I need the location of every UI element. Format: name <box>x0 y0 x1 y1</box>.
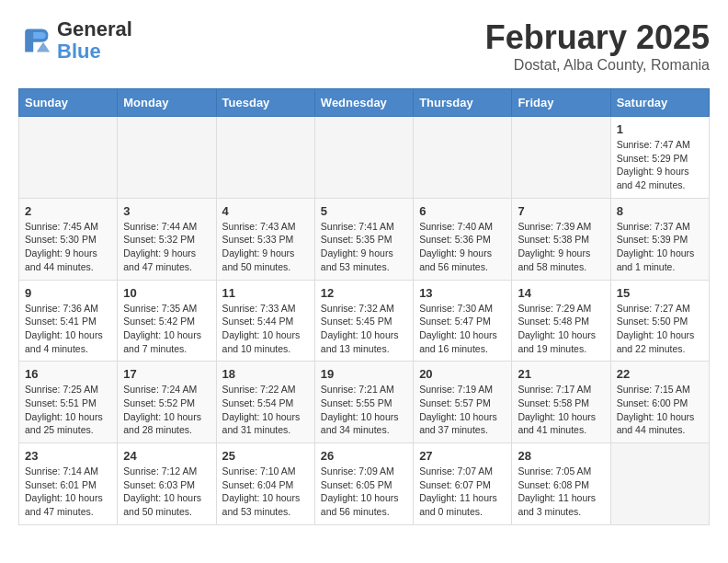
day-number: 12 <box>321 286 407 300</box>
calendar-header: SundayMondayTuesdayWednesdayThursdayFrid… <box>19 89 710 117</box>
day-info: Sunrise: 7:21 AM Sunset: 5:55 PM Dayligh… <box>321 383 407 437</box>
day-info: Sunrise: 7:30 AM Sunset: 5:47 PM Dayligh… <box>419 302 506 356</box>
calendar-cell <box>414 117 512 199</box>
calendar-cell: 12Sunrise: 7:32 AM Sunset: 5:45 PM Dayli… <box>314 280 413 362</box>
calendar-cell <box>610 443 709 525</box>
calendar-cell: 24Sunrise: 7:12 AM Sunset: 6:03 PM Dayli… <box>118 443 216 525</box>
day-info: Sunrise: 7:05 AM Sunset: 6:08 PM Dayligh… <box>518 465 604 519</box>
calendar-cell: 28Sunrise: 7:05 AM Sunset: 6:08 PM Dayli… <box>512 443 610 525</box>
day-number: 26 <box>321 449 407 463</box>
calendar-cell: 3Sunrise: 7:44 AM Sunset: 5:32 PM Daylig… <box>118 198 216 280</box>
logo-icon <box>18 24 51 57</box>
day-info: Sunrise: 7:09 AM Sunset: 6:05 PM Dayligh… <box>321 465 407 519</box>
day-number: 14 <box>518 286 604 300</box>
calendar-cell: 7Sunrise: 7:39 AM Sunset: 5:38 PM Daylig… <box>512 198 610 280</box>
day-number: 22 <box>617 367 703 381</box>
day-info: Sunrise: 7:41 AM Sunset: 5:35 PM Dayligh… <box>321 220 407 274</box>
calendar-cell: 17Sunrise: 7:24 AM Sunset: 5:52 PM Dayli… <box>118 362 216 443</box>
day-number: 21 <box>518 367 604 381</box>
calendar-week-1: 1Sunrise: 7:47 AM Sunset: 5:29 PM Daylig… <box>19 117 710 199</box>
calendar-cell: 18Sunrise: 7:22 AM Sunset: 5:54 PM Dayli… <box>216 362 314 443</box>
day-number: 19 <box>321 367 407 381</box>
weekday-header-sunday: Sunday <box>19 89 118 117</box>
calendar-cell <box>512 117 610 199</box>
day-number: 3 <box>123 204 210 218</box>
calendar-subtitle: Dostat, Alba County, Romania <box>485 57 710 74</box>
calendar-cell <box>216 117 314 199</box>
weekday-header-saturday: Saturday <box>610 89 709 117</box>
day-info: Sunrise: 7:25 AM Sunset: 5:51 PM Dayligh… <box>25 383 111 437</box>
calendar-cell: 11Sunrise: 7:33 AM Sunset: 5:44 PM Dayli… <box>216 280 314 362</box>
day-info: Sunrise: 7:37 AM Sunset: 5:39 PM Dayligh… <box>617 220 703 274</box>
calendar-cell: 16Sunrise: 7:25 AM Sunset: 5:51 PM Dayli… <box>19 362 118 443</box>
day-info: Sunrise: 7:36 AM Sunset: 5:41 PM Dayligh… <box>25 302 111 356</box>
day-number: 13 <box>419 286 506 300</box>
calendar-week-3: 9Sunrise: 7:36 AM Sunset: 5:41 PM Daylig… <box>19 280 710 362</box>
day-info: Sunrise: 7:40 AM Sunset: 5:36 PM Dayligh… <box>419 220 506 274</box>
calendar-cell: 15Sunrise: 7:27 AM Sunset: 5:50 PM Dayli… <box>610 280 709 362</box>
calendar-table: SundayMondayTuesdayWednesdayThursdayFrid… <box>18 88 710 525</box>
calendar-cell: 26Sunrise: 7:09 AM Sunset: 6:05 PM Dayli… <box>314 443 413 525</box>
day-info: Sunrise: 7:17 AM Sunset: 5:58 PM Dayligh… <box>518 383 604 437</box>
calendar-cell: 10Sunrise: 7:35 AM Sunset: 5:42 PM Dayli… <box>118 280 216 362</box>
day-number: 16 <box>25 367 111 381</box>
weekday-header-monday: Monday <box>118 89 216 117</box>
logo-text: GeneralBlue <box>57 18 132 63</box>
calendar-cell: 2Sunrise: 7:45 AM Sunset: 5:30 PM Daylig… <box>19 198 118 280</box>
day-number: 8 <box>617 204 703 218</box>
day-info: Sunrise: 7:45 AM Sunset: 5:30 PM Dayligh… <box>25 220 111 274</box>
calendar-week-2: 2Sunrise: 7:45 AM Sunset: 5:30 PM Daylig… <box>19 198 710 280</box>
day-info: Sunrise: 7:27 AM Sunset: 5:50 PM Dayligh… <box>617 302 703 356</box>
day-number: 7 <box>518 204 604 218</box>
day-info: Sunrise: 7:07 AM Sunset: 6:07 PM Dayligh… <box>419 465 506 519</box>
logo: GeneralBlue <box>18 18 132 63</box>
calendar-cell: 8Sunrise: 7:37 AM Sunset: 5:39 PM Daylig… <box>610 198 709 280</box>
day-number: 23 <box>25 449 111 463</box>
day-info: Sunrise: 7:19 AM Sunset: 5:57 PM Dayligh… <box>419 383 506 437</box>
day-number: 20 <box>419 367 506 381</box>
day-number: 4 <box>222 204 309 218</box>
day-number: 28 <box>518 449 604 463</box>
weekday-header-thursday: Thursday <box>414 89 512 117</box>
day-number: 18 <box>222 367 309 381</box>
title-block: February 2025 Dostat, Alba County, Roman… <box>485 18 710 74</box>
day-number: 15 <box>617 286 703 300</box>
calendar-cell: 19Sunrise: 7:21 AM Sunset: 5:55 PM Dayli… <box>314 362 413 443</box>
calendar-title: February 2025 <box>485 18 710 57</box>
day-info: Sunrise: 7:12 AM Sunset: 6:03 PM Dayligh… <box>123 465 210 519</box>
day-number: 1 <box>617 122 703 136</box>
weekday-header-tuesday: Tuesday <box>216 89 314 117</box>
day-info: Sunrise: 7:24 AM Sunset: 5:52 PM Dayligh… <box>123 383 210 437</box>
weekday-header-row: SundayMondayTuesdayWednesdayThursdayFrid… <box>19 89 710 117</box>
calendar-week-4: 16Sunrise: 7:25 AM Sunset: 5:51 PM Dayli… <box>19 362 710 443</box>
calendar-cell: 21Sunrise: 7:17 AM Sunset: 5:58 PM Dayli… <box>512 362 610 443</box>
calendar-cell: 9Sunrise: 7:36 AM Sunset: 5:41 PM Daylig… <box>19 280 118 362</box>
day-info: Sunrise: 7:35 AM Sunset: 5:42 PM Dayligh… <box>123 302 210 356</box>
calendar-cell: 13Sunrise: 7:30 AM Sunset: 5:47 PM Dayli… <box>414 280 512 362</box>
day-info: Sunrise: 7:47 AM Sunset: 5:29 PM Dayligh… <box>617 138 703 192</box>
day-number: 24 <box>123 449 210 463</box>
calendar-cell: 20Sunrise: 7:19 AM Sunset: 5:57 PM Dayli… <box>414 362 512 443</box>
weekday-header-friday: Friday <box>512 89 610 117</box>
page-header: GeneralBlue February 2025 Dostat, Alba C… <box>18 18 710 74</box>
day-info: Sunrise: 7:43 AM Sunset: 5:33 PM Dayligh… <box>222 220 309 274</box>
day-number: 25 <box>222 449 309 463</box>
day-info: Sunrise: 7:44 AM Sunset: 5:32 PM Dayligh… <box>123 220 210 274</box>
day-info: Sunrise: 7:22 AM Sunset: 5:54 PM Dayligh… <box>222 383 309 437</box>
calendar-cell: 14Sunrise: 7:29 AM Sunset: 5:48 PM Dayli… <box>512 280 610 362</box>
calendar-cell: 4Sunrise: 7:43 AM Sunset: 5:33 PM Daylig… <box>216 198 314 280</box>
day-number: 2 <box>25 204 111 218</box>
calendar-body: 1Sunrise: 7:47 AM Sunset: 5:29 PM Daylig… <box>19 117 710 525</box>
day-info: Sunrise: 7:14 AM Sunset: 6:01 PM Dayligh… <box>25 465 111 519</box>
calendar-cell <box>314 117 413 199</box>
calendar-cell: 23Sunrise: 7:14 AM Sunset: 6:01 PM Dayli… <box>19 443 118 525</box>
day-info: Sunrise: 7:32 AM Sunset: 5:45 PM Dayligh… <box>321 302 407 356</box>
calendar-cell: 1Sunrise: 7:47 AM Sunset: 5:29 PM Daylig… <box>610 117 709 199</box>
day-number: 17 <box>123 367 210 381</box>
day-info: Sunrise: 7:15 AM Sunset: 6:00 PM Dayligh… <box>617 383 703 437</box>
day-number: 11 <box>222 286 309 300</box>
calendar-cell: 27Sunrise: 7:07 AM Sunset: 6:07 PM Dayli… <box>414 443 512 525</box>
calendar-cell: 25Sunrise: 7:10 AM Sunset: 6:04 PM Dayli… <box>216 443 314 525</box>
day-info: Sunrise: 7:33 AM Sunset: 5:44 PM Dayligh… <box>222 302 309 356</box>
day-number: 27 <box>419 449 506 463</box>
